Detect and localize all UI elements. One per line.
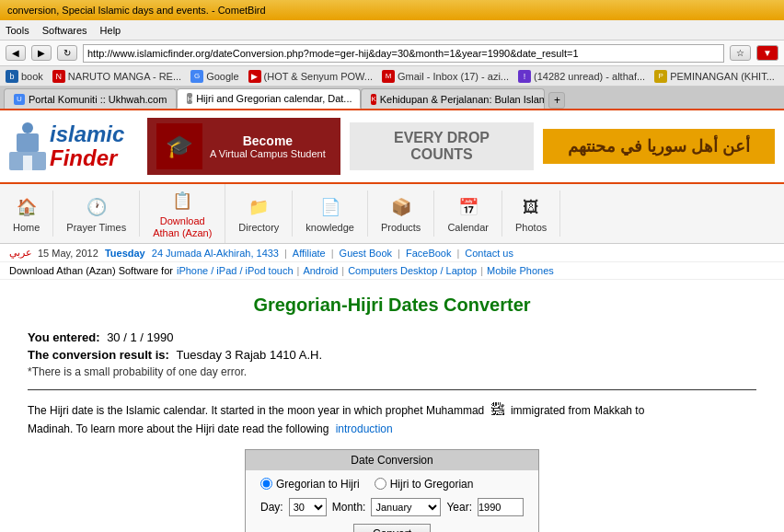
tab-hijri[interactable]: H Hijri and Gregorian calendar, Dat... ✕ [177,88,361,109]
home-icon: 🏠 [14,194,40,220]
arabic-prophet-symbol: ﷺ [491,402,504,417]
svg-rect-3 [23,156,32,170]
folder-icon: 📁 [246,194,271,220]
dl-sep1: | [297,265,300,276]
day-select[interactable]: 30 [289,498,327,516]
title-bar: conversion, Special Islamic days and eve… [0,0,784,20]
tab-kehidupan[interactable]: K Kehidupan & Perjalanan: Bulan Islam A.… [361,88,545,109]
day-name: Tuesday [105,248,145,259]
converter-box: Date Conversion Gregorian to Hijri Hijri… [245,449,539,532]
nav-download-athan[interactable]: 📋 DownloadAthan (Azan) [140,184,225,243]
dl-sep2: | [341,265,344,276]
gregorian-to-hijri-radio[interactable]: Gregorian to Hijri [260,478,360,491]
svg-point-0 [22,122,33,133]
become-title: Become [210,133,326,148]
result-note: *There is a small probability of one day… [28,365,756,378]
nav-knowledge[interactable]: 📄 knowledge [293,191,368,237]
bookmark-naruto[interactable]: N NARUTO MANGA - RE... [52,70,181,83]
arabic-banner: أعن أهل سوريا في محنتهم [543,129,775,164]
hijri-date: 24 Jumada Al-Akhirah, 1433 [152,248,279,259]
info-sep4: | [456,248,459,259]
addon-button[interactable]: ▼ [756,45,778,61]
download-icon: 📋 [169,188,195,214]
menu-bar: Tools Softwares Help [0,20,784,40]
document-icon: 📄 [317,194,343,220]
info-bar: عربي 15 May, 2012 Tuesday 24 Jumada Al-A… [0,244,784,262]
bookmark-peminangan[interactable]: P PEMINANGAN (KHIT... [654,70,775,83]
result-line: The conversion result is: Tuesday 3 Raja… [28,348,756,362]
mobile-link[interactable]: Mobile Phones [487,265,554,276]
logo-islamic: islamic [50,122,124,146]
month-label: Month: [332,501,366,514]
iphone-link[interactable]: iPhone / iPad / iPod touch [177,265,294,276]
arabic-label[interactable]: عربي [9,247,32,259]
contact-link[interactable]: Contact us [465,248,513,259]
bookmarks-bar: b book N NARUTO MANGA - RE... G Google ▶… [0,66,784,87]
info-sep3: | [398,248,400,259]
year-input[interactable] [478,498,524,516]
affiliate-link[interactable]: Affiliate [293,248,326,259]
page-content: islamic Finder 🎓 Become A Virtual Campus… [0,110,784,532]
bookmark-althaf[interactable]: ! (14282 unread) - althaf... [518,70,645,83]
date-display: 15 May, 2012 Tuesday 24 Jumada Al-Akhira… [38,248,279,259]
result-section: You entered: 30 / 1 / 1990 The conversio… [28,330,756,378]
android-link[interactable]: Android [303,265,338,276]
entered-label: You entered: [28,330,100,344]
year-label: Year: [446,501,472,514]
menu-tools[interactable]: Tools [6,25,29,36]
tabs-bar: U Portal Komuniti :: Ukhwah.com H Hijri … [0,87,784,110]
result-label: The conversion result is: [28,348,169,362]
guestbook-link[interactable]: Guest Book [340,248,392,259]
divider [28,389,756,390]
nav-directory[interactable]: 📁 Directory [225,191,293,237]
address-bar: ◀ ▶ ↻ ☆ ▼ [0,40,784,66]
description: The Hijri date is the Islamic calendar. … [28,399,672,438]
day-label: Day: [260,501,283,514]
bookmark-google[interactable]: G Google [190,70,238,83]
download-bar: Download Athan (Azan) Software for iPhon… [0,262,784,280]
logo-area: islamic Finder [9,119,138,174]
bookmark-hot[interactable]: ▶ (HOT & Senyum POW... [248,70,373,83]
star-button[interactable]: ☆ [730,45,751,61]
month-select[interactable]: January February March April May June Ju… [371,498,441,516]
mosque-icon [9,119,46,174]
converter-title: Date Conversion [246,450,538,470]
dl-sep3: | [480,265,483,276]
input-row: Day: 30 Month: January February March Ap… [260,498,524,516]
bookmark-book[interactable]: b book [6,70,43,83]
calendar-icon: 📅 [455,194,481,220]
hijri-to-gregorian-radio[interactable]: Hijri to Gregorian [375,478,474,491]
svg-rect-1 [17,133,39,152]
refresh-button[interactable]: ↻ [57,45,77,61]
window-title: conversion, Special Islamic days and eve… [7,5,266,16]
become-sub: A Virtual Campus Student [210,148,326,159]
nav-calendar[interactable]: 📅 Calendar [434,191,502,237]
bookmark-gmail[interactable]: M Gmail - Inbox (17) - azi... [382,70,509,83]
forward-button[interactable]: ▶ [31,45,52,61]
entered-value: 30 / 1 / 1990 [107,330,173,344]
radio-row: Gregorian to Hijri Hijri to Gregorian [260,478,524,491]
menu-softwares[interactable]: Softwares [42,25,87,36]
top-banner: islamic Finder 🎓 Become A Virtual Campus… [0,110,784,182]
introduction-link[interactable]: introduction [336,422,393,435]
main-content: Gregorian-Hijri Dates Converter You ente… [0,280,784,532]
facebook-link[interactable]: FaceBook [406,248,452,259]
new-tab-button[interactable]: + [548,92,565,109]
nav-products[interactable]: 📦 Products [368,191,434,237]
nav-photos[interactable]: 🖼 Photos [502,191,560,237]
products-icon: 📦 [388,194,414,220]
page-title: Gregorian-Hijri Dates Converter [28,295,756,316]
back-button[interactable]: ◀ [6,45,26,61]
info-sep2: | [331,248,334,259]
address-input[interactable] [83,44,724,63]
nav-bar: 🏠 Home 🕐 Prayer Times 📋 DownloadAthan (A… [0,182,784,244]
nav-prayer-times[interactable]: 🕐 Prayer Times [53,191,140,237]
nav-home[interactable]: 🏠 Home [0,191,53,237]
logo-finder: Finder [50,146,124,170]
menu-help[interactable]: Help [100,25,121,36]
become-banner[interactable]: 🎓 Become A Virtual Campus Student [147,118,340,175]
convert-button[interactable]: Convert [353,524,431,532]
result-value: Tuesday 3 Rajab 1410 A.H. [177,348,323,362]
desktop-link[interactable]: Computers Desktop / Laptop [348,265,477,276]
tab-ukhwah[interactable]: U Portal Komuniti :: Ukhwah.com [4,88,177,109]
